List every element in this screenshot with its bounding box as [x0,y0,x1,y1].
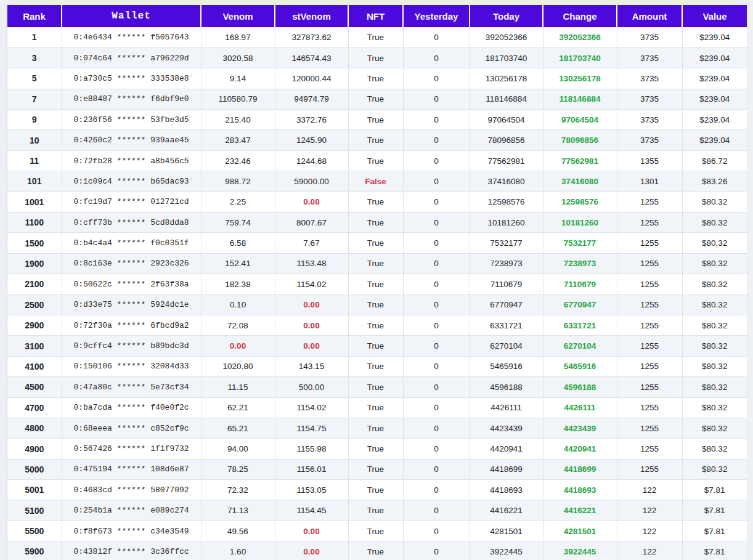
stvenom-cell: 500.00 [275,377,348,397]
change-cell: 181703740 [543,47,617,68]
stvenom-cell: 146574.43 [275,47,348,68]
change-cell: 4426111 [543,397,617,418]
stvenom-cell: 1154.02 [275,274,348,294]
nft-cell: True [348,377,403,397]
venom-cell: 1.60 [201,542,275,560]
wallet-cell: 0:50622c ****** 2f63f38a [62,274,201,294]
rank-cell: 5000 [7,459,62,479]
venom-cell: 182.38 [201,274,275,294]
yesterday-cell: 0 [403,542,470,560]
nft-cell: True [348,439,403,459]
value-cell: $80.32 [682,418,747,438]
amount-cell: 3735 [617,27,682,47]
yesterday-cell: 0 [403,377,470,397]
amount-cell: 1255 [617,294,682,315]
amount-cell: 3735 [617,68,682,89]
value-cell: $80.32 [682,274,747,294]
nft-cell: True [348,521,403,541]
today-cell: 118146884 [470,89,543,109]
wallet-cell: 0:e88487 ****** f6dbf9e0 [62,89,201,109]
wallet-cell: 0:72fb28 ****** a8b456c5 [62,150,201,171]
nft-cell: True [348,315,403,335]
table-row: 50000:475194 ****** 108d6e8778.251156.01… [7,459,747,479]
change-cell: 7110679 [543,274,617,294]
today-cell: 4426111 [470,397,543,418]
stvenom-cell: 1154.75 [275,418,348,438]
value-cell: $239.04 [682,47,747,68]
wallet-cell: 0:8c163e ****** 2923c326 [62,253,201,274]
column-header-nft: NFT [348,5,403,27]
nft-cell: True [348,274,403,294]
change-cell: 4596188 [543,377,617,397]
rank-cell: 4800 [7,418,62,438]
wallet-cell: 0:236f56 ****** 53fbe3d5 [62,110,201,130]
value-cell: $239.04 [682,68,747,89]
yesterday-cell: 0 [403,294,470,315]
wallet-cell: 0:254b1a ****** e089c274 [62,500,201,521]
change-cell: 4423439 [543,418,617,438]
nft-cell: False [348,171,403,192]
yesterday-cell: 0 [403,89,470,109]
stvenom-cell: 327873.62 [275,27,348,47]
venom-cell: 0.10 [201,294,275,315]
change-cell: 7532177 [543,233,617,253]
venom-cell: 94.00 [201,439,275,459]
rank-cell: 2500 [7,294,62,315]
change-cell: 12598576 [543,192,617,212]
today-cell: 97064504 [470,110,543,130]
stvenom-cell: 120000.44 [275,68,348,89]
yesterday-cell: 0 [403,150,470,171]
rank-cell: 11 [7,150,62,171]
change-cell: 118146884 [543,89,617,109]
yesterday-cell: 0 [403,274,470,294]
nft-cell: True [348,89,403,109]
value-cell: $80.32 [682,439,747,459]
venom-cell: 62.21 [201,397,275,418]
today-cell: 4281501 [470,521,543,541]
nft-cell: True [348,150,403,171]
wallet-cell: 0:074c64 ****** a796229d [62,47,201,68]
table-row: 70:e88487 ****** f6dbf9e0110580.7994974.… [7,89,747,109]
today-cell: 12598576 [470,192,543,212]
stvenom-cell: 1154.02 [275,397,348,418]
today-cell: 130256178 [470,68,543,89]
amount-cell: 1255 [617,274,682,294]
today-cell: 7110679 [470,274,543,294]
yesterday-cell: 0 [403,480,470,500]
change-cell: 7238973 [543,253,617,274]
wallet-cell: 0:150106 ****** 32084d33 [62,356,201,376]
table-row: 19000:8c163e ****** 2923c326152.411153.4… [7,253,747,274]
value-cell: $239.04 [682,130,747,150]
yesterday-cell: 0 [403,213,470,233]
table-row: 21000:50622c ****** 2f63f38a182.381154.0… [7,274,747,294]
stvenom-cell: 0.00 [275,315,348,335]
yesterday-cell: 0 [403,315,470,335]
amount-cell: 3735 [617,47,682,68]
yesterday-cell: 0 [403,47,470,68]
value-cell: $80.32 [682,253,747,274]
stvenom-cell: 0.00 [275,542,348,560]
nft-cell: True [348,110,403,130]
value-cell: $80.32 [682,213,747,233]
today-cell: 77562981 [470,150,543,171]
wallet-cell: 0:475194 ****** 108d6e87 [62,459,201,479]
yesterday-cell: 0 [403,336,470,356]
rank-cell: 4900 [7,439,62,459]
today-cell: 4418699 [470,459,543,479]
stvenom-cell: 0.00 [275,294,348,315]
today-cell: 78096856 [470,130,543,150]
table-row: 90:236f56 ****** 53fbe3d5215.403372.76Tr… [7,110,747,130]
amount-cell: 1255 [617,439,682,459]
nft-cell: True [348,542,403,560]
today-cell: 181703740 [470,47,543,68]
amount-cell: 1255 [617,315,682,335]
value-cell: $239.04 [682,89,747,109]
today-cell: 10181260 [470,213,543,233]
table-row: 41000:150106 ****** 32084d331020.80143.1… [7,356,747,376]
column-header-yesterday: Yesterday [403,5,470,27]
today-cell: 6770947 [470,294,543,315]
yesterday-cell: 0 [403,27,470,47]
amount-cell: 1255 [617,213,682,233]
stvenom-cell: 7.67 [275,233,348,253]
change-cell: 3922445 [543,542,617,560]
